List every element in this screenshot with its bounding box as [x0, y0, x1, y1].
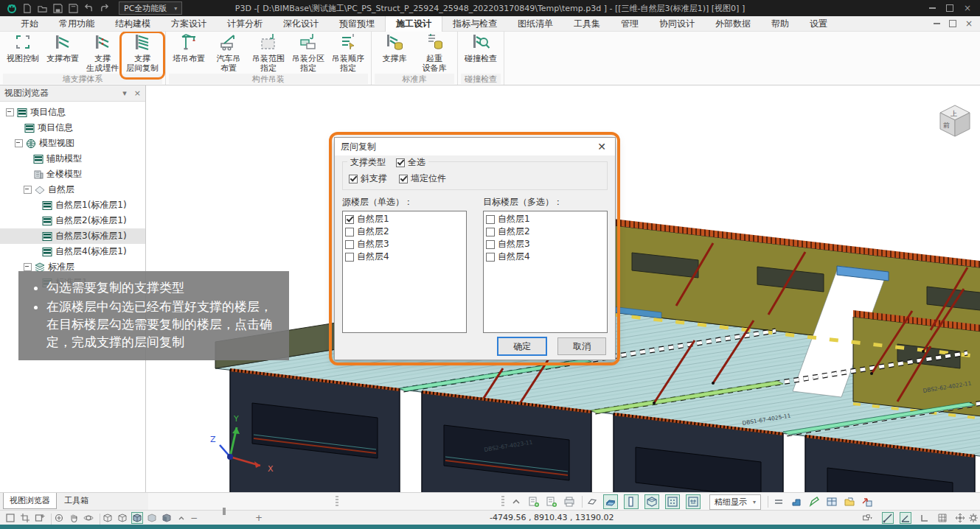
style-grid-box-icon[interactable]: [665, 494, 680, 509]
list-item[interactable]: 自然层2: [486, 225, 605, 238]
display-mode-dropdown[interactable]: 精细显示 ▾: [709, 494, 761, 510]
open-file-icon[interactable]: [37, 3, 48, 14]
zoom-extents-icon[interactable]: [53, 512, 65, 524]
tree-item-floor3-selected[interactable]: 自然层3(标准层1): [0, 228, 145, 244]
support-layout-button[interactable]: 支撑布置: [43, 31, 83, 64]
tab-view-browser[interactable]: 视图浏览器: [3, 493, 57, 509]
tab-deepening-design[interactable]: 深化设计: [273, 16, 329, 32]
parallel-lines-icon[interactable]: [771, 494, 786, 509]
support-embed-button[interactable]: 支撑 生成埋件: [83, 31, 122, 73]
style-grid-box2-icon[interactable]: [686, 494, 701, 509]
diagonal-support-checkbox[interactable]: 斜支撑: [349, 172, 387, 185]
close-button[interactable]: ×: [964, 4, 971, 12]
list-item[interactable]: 自然层3: [486, 238, 605, 251]
checkbox-icon[interactable]: [486, 228, 495, 237]
tab-index-check[interactable]: 指标与检查: [442, 16, 507, 32]
view-cube[interactable]: 上 前: [940, 105, 970, 136]
dialog-close-icon[interactable]: ✕: [594, 141, 609, 153]
list-item[interactable]: 自然层1: [345, 213, 464, 225]
collapse-expander-icon[interactable]: [24, 186, 32, 194]
restore-button[interactable]: [946, 4, 953, 12]
checkbox-icon[interactable]: [345, 228, 354, 237]
tower-crane-button[interactable]: 塔吊布置: [169, 31, 209, 64]
tree-item-aux-model[interactable]: 辅助模型: [0, 151, 145, 167]
steps-icon[interactable]: [789, 494, 804, 509]
tree-item-floor4[interactable]: 自然层4(标准层1): [0, 244, 145, 259]
truck-crane-button[interactable]: 汽车吊 布置: [209, 31, 249, 73]
tab-scheme-design[interactable]: 方案设计: [161, 16, 217, 32]
export-arrow-icon[interactable]: [860, 494, 875, 509]
list-item[interactable]: 自然层3: [345, 238, 464, 251]
save-as-icon[interactable]: [68, 3, 79, 14]
move-icon[interactable]: [954, 512, 966, 524]
cancel-button[interactable]: 取消: [557, 337, 606, 355]
collapse-expander-icon[interactable]: [24, 263, 32, 271]
collapse-expander-icon[interactable]: [15, 139, 23, 147]
checkbox-icon[interactable]: [349, 175, 358, 183]
doc-close-button[interactable]: ×: [965, 20, 973, 27]
source-floor-list[interactable]: 自然层1 自然层2 自然层3 自然层4: [342, 211, 467, 333]
table-chart-icon[interactable]: [824, 494, 839, 509]
collapse-expander-icon[interactable]: [6, 108, 14, 116]
collision-check-button[interactable]: 碰撞检查: [461, 31, 501, 64]
cube-shaded-icon[interactable]: [146, 512, 158, 524]
crop-view-icon[interactable]: [19, 512, 31, 524]
save-view-icon[interactable]: [527, 494, 541, 509]
checkbox-icon[interactable]: [486, 215, 495, 224]
tree-item-model-views[interactable]: 模型视图: [0, 136, 145, 151]
osnap-box-icon[interactable]: [858, 512, 878, 524]
section-plane-icon[interactable]: [585, 494, 600, 509]
tree-item-natural-floors[interactable]: 自然层: [0, 182, 145, 197]
checkbox-icon[interactable]: [345, 240, 354, 249]
checkbox-icon[interactable]: [396, 158, 405, 167]
ok-button[interactable]: 确定: [497, 337, 547, 356]
cube-wireframe-icon[interactable]: [102, 512, 114, 524]
cube-hidden-line-icon[interactable]: [117, 512, 128, 524]
toolbar-grip[interactable]: [336, 496, 338, 508]
pan-hand-icon[interactable]: [68, 512, 80, 524]
save-icon[interactable]: [52, 3, 63, 14]
zoom-out-icon[interactable]: −: [190, 513, 198, 523]
new-window-icon[interactable]: [4, 512, 16, 524]
hoist-zone-button[interactable]: 吊装分区 指定: [288, 31, 328, 73]
list-item[interactable]: 自然层2: [345, 225, 464, 238]
orbit-icon[interactable]: [83, 512, 94, 524]
tab-external-data[interactable]: 外部数据: [705, 16, 761, 32]
doc-minimize-button[interactable]: [934, 23, 940, 24]
redo-icon[interactable]: [99, 3, 110, 14]
edition-dropdown[interactable]: PC全功能版 ▾: [119, 1, 182, 15]
pencil-icon[interactable]: [807, 494, 821, 509]
style-wall-icon[interactable]: [624, 494, 639, 509]
ortho-icon[interactable]: [919, 512, 931, 524]
zoom-slider-thumb[interactable]: [223, 508, 226, 515]
tab-calc-analysis[interactable]: 计算分析: [217, 16, 273, 32]
view-control-button[interactable]: 视图控制: [3, 31, 43, 64]
print-view-icon[interactable]: [562, 494, 577, 509]
checkbox-icon[interactable]: [345, 253, 354, 262]
doc-restore-button[interactable]: [949, 20, 956, 27]
tree-item-project-info-root[interactable]: 项目信息: [0, 105, 145, 120]
new-file-icon[interactable]: [21, 3, 32, 14]
tab-settings[interactable]: 设置: [799, 16, 838, 32]
tab-toolset[interactable]: 工具集: [563, 16, 611, 32]
tab-drawing-list[interactable]: 图纸清单: [507, 16, 563, 32]
grid-icon[interactable]: [936, 512, 948, 524]
list-item[interactable]: 自然层1: [486, 213, 605, 225]
tab-construction-design[interactable]: 施工设计: [385, 15, 442, 32]
tree-item-project-info[interactable]: 项目信息: [0, 120, 145, 136]
angle-snap-icon[interactable]: [900, 512, 911, 524]
minimize-button[interactable]: [929, 7, 936, 9]
tab-reservation[interactable]: 预留预埋: [329, 16, 385, 32]
folder-export-icon[interactable]: [842, 494, 857, 509]
tab-toolbox[interactable]: 工具箱: [58, 493, 94, 508]
undo-icon[interactable]: [83, 3, 94, 14]
tab-structure-modeling[interactable]: 结构建模: [105, 16, 161, 32]
collapse-styles-icon[interactable]: [176, 512, 187, 524]
dialog-title-bar[interactable]: 层间复制 ✕: [335, 138, 615, 155]
crane-library-button[interactable]: 起重 设备库: [414, 31, 454, 73]
panel-close-icon[interactable]: ×: [134, 88, 141, 98]
tree-item-whole-building-model[interactable]: 全楼模型: [0, 167, 145, 182]
tree-item-floor2[interactable]: 自然层2(标准层1): [0, 213, 145, 228]
load-view-icon[interactable]: [544, 494, 559, 509]
hoist-range-button[interactable]: 吊装范围 指定: [249, 31, 288, 73]
